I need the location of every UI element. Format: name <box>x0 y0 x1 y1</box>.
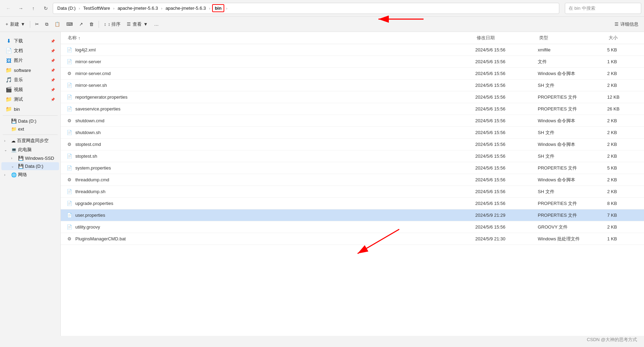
file-name-cell: ⚙ PluginsManagerCMD.bat <box>66 236 475 242</box>
video-icon: 🎬 <box>6 86 12 93</box>
table-row[interactable]: ⚙ threaddump.cmd 2024/5/6 15:56 Windows … <box>61 174 644 186</box>
breadcrumb-sep-5: › <box>226 6 227 10</box>
table-row[interactable]: 📄 utility.groovy 2024/5/6 15:56 GROOVY 文… <box>61 221 644 233</box>
sidebar-item-documents[interactable]: 📄 文档 📌 <box>1 46 59 56</box>
sidebar-item-label: Windows-SSD <box>25 156 54 161</box>
breadcrumb-jmeter-1[interactable]: apache-jmeter-5.6.3 <box>116 5 159 11</box>
paste-button[interactable]: 📋 <box>52 19 63 30</box>
more-icon: … <box>154 22 159 27</box>
table-row[interactable]: ⚙ shutdown.cmd 2024/5/6 15:56 Windows 命令… <box>61 115 644 127</box>
file-type: GROOVY 文件 <box>538 224 607 230</box>
pc-icon: 💻 <box>11 147 17 152</box>
file-modified: 2024/5/6 15:56 <box>475 201 538 206</box>
col-header-modified[interactable]: 修改日期 <box>475 32 538 44</box>
file-icon: 📄 <box>66 47 73 53</box>
breadcrumb-data-d[interactable]: Data (D:) <box>56 5 77 11</box>
sidebar-item-ext[interactable]: 📁 ext <box>1 125 59 133</box>
view-button[interactable]: ☰ 查看 ▼ <box>124 19 151 30</box>
sidebar-item-label: ext <box>18 126 24 132</box>
sidebar-item-label: software <box>14 68 31 73</box>
sidebar-item-network[interactable]: › 🌐 网络 <box>1 170 59 179</box>
table-row[interactable]: 📄 upgrade.properties 2024/5/6 15:56 PROP… <box>61 198 644 209</box>
sidebar-item-data-d[interactable]: 💾 Data (D:) <box>1 117 59 125</box>
sort-button[interactable]: ↕ ↕ 排序 <box>101 19 123 30</box>
folder-icon: 📁 <box>6 67 12 73</box>
share-button[interactable]: ↗ <box>76 19 86 30</box>
col-header-type[interactable]: 类型 <box>538 32 607 44</box>
file-name: reportgenerator.properties <box>75 94 127 100</box>
copy-button[interactable]: ⧉ <box>42 19 51 30</box>
search-box[interactable]: 在 bin 中搜索 <box>565 3 641 14</box>
table-row[interactable]: 📄 system.properties 2024/5/6 15:56 PROPE… <box>61 162 644 174</box>
sidebar-item-music[interactable]: 🎵 音乐 📌 <box>1 75 59 85</box>
file-size: 2 KB <box>607 118 638 123</box>
expand-icon: › <box>11 156 17 160</box>
sidebar-item-download[interactable]: ⬇ 下载 📌 <box>1 36 59 46</box>
breadcrumb-testsoftware[interactable]: TestSoftWare <box>82 5 111 11</box>
table-row[interactable]: 📄 stoptest.sh 2024/5/6 15:56 SH 文件 2 KB <box>61 150 644 162</box>
table-row[interactable]: 📄 saveservice.properties 2024/5/6 15:56 … <box>61 103 644 115</box>
file-type: Windows 批处理文件 <box>538 236 607 242</box>
file-name: mirror-server.cmd <box>75 71 111 76</box>
cut-button[interactable]: ✂ <box>32 19 42 30</box>
sidebar-item-label: 图片 <box>14 57 23 64</box>
col-header-size[interactable]: 大小 <box>607 32 638 44</box>
table-row[interactable]: ⚙ mirror-server.cmd 2024/5/6 15:56 Windo… <box>61 68 644 80</box>
file-modified: 2024/5/6 15:56 <box>475 142 538 147</box>
breadcrumb-jmeter-2[interactable]: apache-jmeter-5.6.3 <box>164 5 207 11</box>
file-size: 2 KB <box>607 177 638 182</box>
table-row[interactable]: ⚙ PluginsManagerCMD.bat 2024/5/9 21:30 W… <box>61 233 644 245</box>
new-button[interactable]: + 新建 ▼ <box>3 19 28 30</box>
forward-button[interactable]: → <box>15 3 26 14</box>
sidebar-item-test[interactable]: 📁 测试 📌 <box>1 94 59 104</box>
sidebar-item-thispc[interactable]: ⌄ 💻 此电脑 <box>1 145 59 154</box>
table-row[interactable]: 📄 user.properties 2024/5/9 21:29 PROPERT… <box>61 209 644 221</box>
table-row[interactable]: 📄 mirror-server 2024/5/6 15:56 文件 1 KB <box>61 56 644 68</box>
sidebar-item-data-drive[interactable]: ⌄ 💾 Data (D:) <box>1 162 59 170</box>
file-icon: 📄 <box>66 130 73 136</box>
refresh-button[interactable]: ↻ <box>40 3 51 14</box>
pin-icon: 📌 <box>51 59 55 63</box>
file-type: SH 文件 <box>538 153 607 159</box>
file-modified: 2024/5/6 15:56 <box>475 154 538 159</box>
table-row[interactable]: ⚙ stoptest.cmd 2024/5/6 15:56 Windows 命令… <box>61 139 644 150</box>
rename-button[interactable]: ⌨ <box>64 19 76 30</box>
folder-icon: 📁 <box>11 126 17 132</box>
sort-icon: ↕ <box>104 22 106 27</box>
sidebar-item-bin[interactable]: 📁 bin <box>1 104 59 114</box>
file-size: 26 KB <box>607 106 638 111</box>
sidebar-item-label: 下载 <box>14 38 23 44</box>
delete-button[interactable]: 🗑 <box>86 19 97 30</box>
music-icon: 🎵 <box>6 77 12 83</box>
address-bar[interactable]: Data (D:) › TestSoftWare › apache-jmeter… <box>53 3 559 14</box>
table-row[interactable]: 📄 shutdown.sh 2024/5/6 15:56 SH 文件 2 KB <box>61 127 644 139</box>
breadcrumb-bin[interactable]: bin <box>212 4 225 12</box>
file-size: 2 KB <box>607 130 638 135</box>
file-name-cell: 📄 stoptest.sh <box>66 153 475 159</box>
pin-icon: 📌 <box>51 49 55 53</box>
back-button[interactable]: ← <box>3 3 14 14</box>
up-button[interactable]: ↑ <box>28 3 39 14</box>
table-row[interactable]: 📄 mirror-server.sh 2024/5/6 15:56 SH 文件 … <box>61 80 644 91</box>
details-button[interactable]: ☰ 详细信息 <box>612 19 641 30</box>
expand-icon: › <box>4 139 10 143</box>
col-header-name[interactable]: 名称 ↑ <box>66 32 475 44</box>
table-row[interactable]: 📄 threaddump.sh 2024/5/6 15:56 SH 文件 2 K… <box>61 186 644 198</box>
sidebar-item-pictures[interactable]: 🖼 图片 📌 <box>1 56 59 65</box>
new-label: 新建 <box>10 21 19 27</box>
file-list: 名称 ↑ 修改日期 类型 大小 📄 log4j2.xml 2024/5/6 15… <box>61 32 644 336</box>
sidebar-item-baidu[interactable]: › ☁ 百度网盘同步空 <box>1 136 59 145</box>
sidebar-item-windows-ssd[interactable]: › 💾 Windows-SSD <box>1 154 59 162</box>
folder-icon: 📁 <box>6 106 12 112</box>
drive-icon: 💾 <box>11 118 17 124</box>
sidebar-item-video[interactable]: 🎬 视频 📌 <box>1 85 59 94</box>
sidebar-item-software[interactable]: 📁 software 📌 <box>1 65 59 75</box>
table-row[interactable]: 📄 reportgenerator.properties 2024/5/6 15… <box>61 91 644 103</box>
file-modified: 2024/5/6 15:56 <box>475 106 538 111</box>
file-name: user.properties <box>75 213 105 218</box>
more-button[interactable]: … <box>151 19 161 30</box>
table-row[interactable]: 📄 log4j2.xml 2024/5/6 15:56 xmlfile 5 KB <box>61 44 644 56</box>
file-icon: 📄 <box>66 106 73 112</box>
cut-icon: ✂ <box>35 22 39 27</box>
drive-icon: 💾 <box>18 156 24 161</box>
